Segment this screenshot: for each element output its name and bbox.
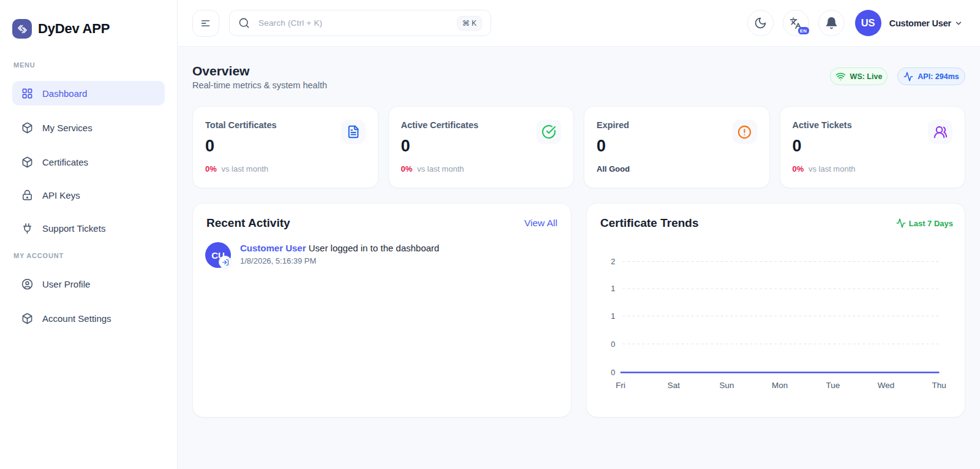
svg-text:2: 2 — [611, 257, 615, 266]
svg-text:Wed: Wed — [878, 381, 895, 390]
svg-text:1: 1 — [611, 284, 615, 293]
svg-text:Thu: Thu — [932, 381, 946, 390]
svg-text:0: 0 — [611, 368, 615, 377]
svg-text:1: 1 — [611, 311, 615, 321]
svg-text:Sun: Sun — [719, 381, 734, 390]
svg-text:Fri: Fri — [616, 381, 625, 390]
svg-text:Tue: Tue — [826, 381, 840, 390]
svg-text:0: 0 — [611, 340, 615, 349]
svg-text:Sat: Sat — [668, 381, 680, 390]
svg-text:Mon: Mon — [772, 381, 788, 390]
